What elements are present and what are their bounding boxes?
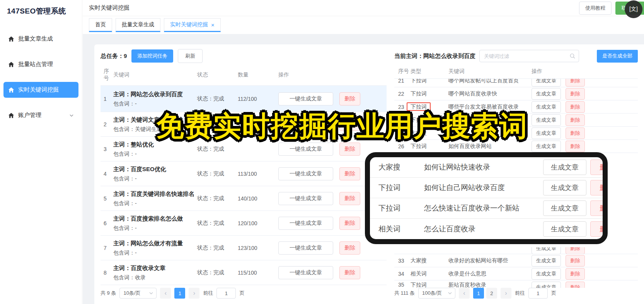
tasks-panel: 总任务：9 添加挖词任务 刷新 序号 关键词 状态 数量 操作 1 主词：网站怎… bbox=[101, 50, 387, 304]
keyword-index: 33 bbox=[394, 258, 411, 264]
task-row[interactable]: 6 主词：百度搜索排名怎么做 包含词：- 状态：完成 120/100 一键生成文… bbox=[101, 211, 387, 236]
page-size-value: 10条/页 bbox=[123, 290, 140, 297]
prev-page-button[interactable]: ‹ bbox=[160, 288, 171, 299]
sidebar-item-批量站点管理[interactable]: 批量站点管理 bbox=[3, 56, 78, 72]
delete-button[interactable]: 删除 bbox=[590, 221, 608, 237]
generate-article-button[interactable]: 一键生成文章 bbox=[278, 143, 333, 156]
generate-article-button[interactable]: 生成文章 bbox=[543, 180, 586, 195]
delete-button[interactable]: 删除 bbox=[590, 200, 608, 216]
tab[interactable]: 实时关键词挖掘 × bbox=[164, 18, 221, 32]
generate-article-button[interactable]: 生成文章 bbox=[532, 79, 561, 87]
delete-button[interactable]: 删除 bbox=[339, 266, 360, 279]
translate-float-icon[interactable]: [文] bbox=[625, 0, 642, 18]
generate-article-button[interactable]: 生成文章 bbox=[532, 114, 561, 126]
promo-banner-text: 免费实时挖掘行业用户搜索词 bbox=[156, 112, 528, 140]
keyword-filter-box bbox=[479, 50, 579, 62]
close-icon[interactable]: × bbox=[211, 22, 215, 28]
delete-button[interactable]: 删除 bbox=[339, 217, 360, 230]
delete-button[interactable]: 删除 bbox=[566, 127, 585, 139]
generate-article-button[interactable]: 生成文章 bbox=[532, 127, 561, 139]
generate-article-button[interactable]: 生成文章 bbox=[532, 101, 561, 113]
task-row[interactable]: 1 主词：网站怎么收录到百度 包含词：- 状态：完成 112/100 一键生成文… bbox=[101, 86, 387, 112]
goto-page-input[interactable] bbox=[216, 288, 236, 299]
generate-all-button[interactable]: 是否生成全部 bbox=[597, 50, 638, 63]
next-page-button[interactable]: › bbox=[501, 288, 511, 299]
prev-page-button[interactable]: ‹ bbox=[459, 288, 470, 299]
generate-article-button[interactable]: 生成文章 bbox=[532, 255, 561, 267]
keywords-table-header: 序号 类型 关键词 操作 bbox=[394, 66, 638, 79]
task-row[interactable]: 7 主词：网站怎么做才有流量 包含词：- 状态：完成 123/100 一键生成文… bbox=[101, 236, 387, 260]
task-status: 状态：完成 bbox=[197, 220, 238, 227]
generate-article-button[interactable]: 一键生成文章 bbox=[278, 167, 333, 180]
task-count: 112/100 bbox=[238, 96, 278, 102]
generate-article-button[interactable]: 生成文章 bbox=[543, 160, 586, 175]
keyword-type-text: 下拉词 bbox=[411, 143, 427, 149]
delete-button[interactable]: 删除 bbox=[590, 180, 608, 195]
page-number-1[interactable]: 1 bbox=[174, 288, 185, 299]
keyword-text: 收录是什么意思 bbox=[448, 270, 532, 277]
delete-button[interactable]: 删除 bbox=[590, 160, 608, 175]
generate-article-button[interactable]: 一键生成文章 bbox=[278, 241, 333, 255]
delete-button[interactable]: 删除 bbox=[339, 241, 360, 255]
generate-article-button[interactable]: 生成文章 bbox=[532, 88, 561, 100]
page-size-select[interactable]: 100条/页 bbox=[418, 288, 455, 299]
pager-total: 共 9 条 bbox=[101, 290, 116, 297]
add-task-button[interactable]: 添加挖词任务 bbox=[131, 49, 173, 63]
keyword-type-text: 相关词 bbox=[411, 270, 427, 277]
sidebar-item-账户管理[interactable]: 账户管理 bbox=[3, 107, 78, 123]
delete-button[interactable]: 删除 bbox=[339, 167, 360, 180]
generate-article-button[interactable]: 生成文章 bbox=[532, 141, 561, 152]
generate-article-button[interactable]: 生成文章 bbox=[532, 247, 561, 254]
delete-button[interactable]: 删除 bbox=[566, 79, 585, 87]
keyword-row: 22 下拉词 哪个网站百度收录快 生成文章 删除 bbox=[394, 87, 638, 100]
total-tasks-value: 9 bbox=[124, 53, 127, 59]
task-row[interactable]: 4 主词：百度SEO优化 包含词：- 状态：完成 113/100 一键生成文章 … bbox=[101, 161, 387, 186]
sidebar-item-实时关键词挖掘[interactable]: 实时关键词挖掘 bbox=[3, 82, 78, 98]
delete-button[interactable]: 删除 bbox=[566, 282, 585, 288]
page-number-1[interactable]: 1 bbox=[473, 288, 484, 299]
delete-button[interactable]: 删除 bbox=[566, 268, 585, 280]
task-actions: 一键生成文章 删除 bbox=[278, 241, 387, 255]
app-root: 147SEO管理系统 批量文章生成 批量站点管理 实时关键词挖掘 账户管理 bbox=[0, 0, 644, 304]
sidebar-item-批量文章生成[interactable]: 批量文章生成 bbox=[3, 31, 78, 47]
generate-article-button[interactable]: 一键生成文章 bbox=[278, 192, 333, 205]
sidebar-item-label: 实时关键词挖掘 bbox=[18, 86, 59, 93]
sidebar-item-label: 账户管理 bbox=[18, 112, 41, 119]
tab[interactable]: 首页 bbox=[89, 18, 112, 32]
generate-article-button[interactable]: 生成文章 bbox=[532, 268, 561, 280]
generate-article-button[interactable]: 一键生成文章 bbox=[278, 217, 333, 230]
next-page-button[interactable]: › bbox=[189, 288, 199, 299]
keyword-actions: 生成文章 删除 bbox=[532, 247, 638, 254]
delete-button[interactable]: 删除 bbox=[566, 88, 585, 100]
goto-page-input[interactable] bbox=[528, 288, 548, 299]
delete-button[interactable]: 删除 bbox=[339, 192, 360, 205]
generate-article-button[interactable]: 生成文章 bbox=[532, 282, 561, 288]
page-size-select[interactable]: 10条/页 bbox=[119, 288, 157, 299]
delete-button[interactable]: 删除 bbox=[339, 143, 360, 156]
task-row[interactable]: 5 主词：百度关键词排名快速排名 包含词：- 状态：完成 140/100 一键生… bbox=[101, 186, 387, 211]
generate-article-button[interactable]: 一键生成文章 bbox=[278, 266, 333, 279]
generate-article-button[interactable]: 生成文章 bbox=[543, 200, 586, 216]
tutorial-button[interactable]: 使用教程 bbox=[579, 2, 612, 15]
keyword-actions: 生成文章 删除 bbox=[532, 268, 638, 280]
task-status: 状态：完成 bbox=[197, 195, 238, 202]
callout-row: 下拉词 如何让自己网站收录百度 生成文章 删除 bbox=[370, 178, 603, 198]
task-keyword-cell: 主词：网站怎么做才有流量 包含词：- bbox=[113, 239, 197, 256]
delete-button[interactable]: 删除 bbox=[566, 255, 585, 267]
task-count: 113/100 bbox=[238, 171, 278, 177]
task-row[interactable]: 8 主词：百度收录文章 包含词：收录 状态：完成 115/100 一键生成文章 … bbox=[101, 260, 387, 285]
delete-button[interactable]: 删除 bbox=[566, 114, 585, 126]
generate-article-button[interactable]: 一键生成文章 bbox=[278, 92, 333, 105]
generate-article-button[interactable]: 生成文章 bbox=[543, 221, 586, 237]
col-actions: 操作 bbox=[532, 68, 638, 75]
delete-button[interactable]: 删除 bbox=[566, 141, 585, 152]
refresh-button[interactable]: 刷新 bbox=[178, 49, 203, 63]
keyword-text: 如何百度收录网站 bbox=[448, 143, 532, 150]
delete-button[interactable]: 删除 bbox=[339, 92, 360, 105]
delete-button[interactable]: 删除 bbox=[566, 247, 585, 254]
tab[interactable]: 批量文章生成 bbox=[116, 18, 160, 32]
page-number-2[interactable]: 2 bbox=[486, 288, 497, 299]
task-index: 8 bbox=[101, 270, 113, 276]
delete-button[interactable]: 删除 bbox=[566, 101, 585, 113]
keyword-filter-input[interactable] bbox=[484, 53, 567, 59]
